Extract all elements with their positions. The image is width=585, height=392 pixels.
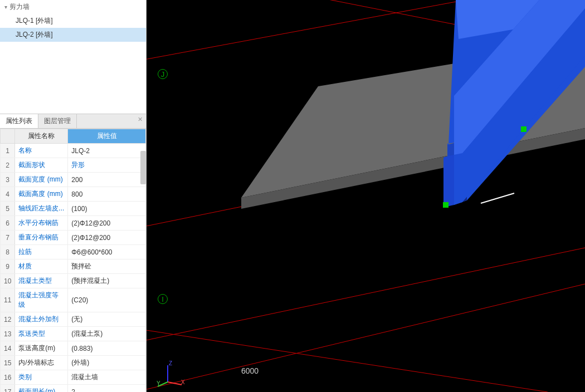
3d-viewport[interactable]: J I 6000 Z X Y [147,0,585,392]
table-row[interactable]: 11混凝土强度等级(C20) [1,288,146,312]
prop-name: 截面宽度 (mm) [15,173,68,187]
row-number: 13 [1,327,15,341]
row-number: 2 [1,158,15,173]
row-number: 5 [1,202,15,216]
prop-value[interactable]: (100) [68,202,146,216]
propvalue-header: 属性值 [68,129,146,144]
prop-value[interactable]: 混凝土墙 [68,370,146,385]
row-number: 11 [1,288,15,312]
prop-value[interactable]: (无) [68,312,146,327]
prop-name: 混凝土强度等级 [15,288,68,312]
prop-name: 泵送类型 [15,327,68,341]
table-row[interactable]: 16类别混凝土墙 [1,370,146,385]
scene-svg [147,0,585,392]
row-number: 3 [1,173,15,187]
prop-name: 混凝土外加剂 [15,312,68,327]
tab-layer-management[interactable]: 图层管理 [38,114,77,128]
svg-line-3 [147,284,585,392]
svg-line-4 [147,329,548,392]
prop-value[interactable]: 800 [68,187,146,202]
svg-rect-32 [443,202,448,208]
table-row[interactable]: 2截面形状异形 [1,158,146,173]
table-row[interactable]: 4截面高度 (mm)800 [1,187,146,202]
prop-name: 水平分布钢筋 [15,216,68,231]
prop-name: 垂直分布钢筋 [15,231,68,245]
svg-marker-26 [444,155,454,207]
prop-name: 名称 [15,144,68,158]
row-number: 6 [1,216,15,231]
prop-name: 材质 [15,259,68,274]
prop-name: 拉筋 [15,245,68,259]
tab-property-list[interactable]: 属性列表 [0,114,38,128]
axis-z-label: Z [169,360,172,366]
table-row[interactable]: 8拉筋Φ6@600*600 [1,245,146,259]
prop-value[interactable]: (预拌混凝土) [68,274,146,288]
prop-name: 混凝土类型 [15,274,68,288]
svg-line-2 [147,248,585,342]
left-panel: 剪力墙 JLQ-1 [外墙] JLQ-2 [外墙] 属性列表 图层管理 ✕ 属性… [0,0,147,392]
table-row[interactable]: 5轴线距左墙皮...(100) [1,202,146,216]
row-number: 17 [1,385,15,393]
svg-rect-31 [521,126,526,132]
table-row[interactable]: 12混凝土外加剂(无) [1,312,146,327]
row-number: 7 [1,231,15,245]
prop-value[interactable]: Φ6@600*600 [68,245,146,259]
row-number: 12 [1,312,15,327]
row-number: 8 [1,245,15,259]
grid-label-i: I [158,294,168,304]
prop-name: 截面周长(m) [15,385,68,393]
tree-item-label: JLQ-1 [外墙] [16,17,53,24]
table-row[interactable]: 14泵送高度(m)(0.883) [1,341,146,356]
prop-value[interactable]: 200 [68,173,146,187]
prop-value[interactable]: (2)Φ12@200 [68,231,146,245]
tree-root-label: 剪力墙 [9,2,30,12]
svg-line-33 [481,193,514,203]
axis-y-label: Y [157,380,160,386]
prop-name: 泵送高度(m) [15,341,68,356]
prop-name: 截面高度 (mm) [15,187,68,202]
dimension-6000: 6000 [241,366,259,375]
axis-x-label: X [181,379,184,385]
propname-header: 属性名称 [15,129,68,144]
close-icon[interactable]: ✕ [138,116,143,123]
row-number: 10 [1,274,15,288]
row-number: 9 [1,259,15,274]
prop-name: 类别 [15,370,68,385]
table-row[interactable]: 1名称JLQ-2 [1,144,146,158]
row-number: 14 [1,341,15,356]
prop-value[interactable]: (混凝土泵) [68,327,146,341]
prop-value[interactable]: 异形 [68,158,146,173]
row-number: 4 [1,187,15,202]
prop-name: 截面形状 [15,158,68,173]
tree-item-jlq2[interactable]: JLQ-2 [外墙] [0,28,146,42]
panel-tabs: 属性列表 图层管理 ✕ [0,114,146,129]
table-row[interactable]: 10混凝土类型(预拌混凝土) [1,274,146,288]
row-number: 15 [1,356,15,370]
tree-item-label: JLQ-2 [外墙] [16,31,53,38]
table-row[interactable]: 3截面宽度 (mm)200 [1,173,146,187]
prop-value[interactable]: 预拌砼 [68,259,146,274]
table-row[interactable]: 9材质预拌砼 [1,259,146,274]
prop-name: 轴线距左墙皮... [15,202,68,216]
tree-area: 剪力墙 JLQ-1 [外墙] JLQ-2 [外墙] [0,0,146,114]
prop-value[interactable]: (0.883) [68,341,146,356]
tree-item-jlq1[interactable]: JLQ-1 [外墙] [0,14,146,28]
table-row[interactable]: 15内/外墙标志(外墙) [1,356,146,370]
prop-value[interactable]: 2 [68,385,146,393]
table-row[interactable]: 13泵送类型(混凝土泵) [1,327,146,341]
row-number: 16 [1,370,15,385]
prop-value[interactable]: JLQ-2 [68,144,146,158]
axis-gizmo: Z X Y [157,360,184,388]
table-row[interactable]: 7垂直分布钢筋(2)Φ12@200 [1,231,146,245]
svg-line-35 [168,382,182,385]
table-row[interactable]: 6水平分布钢筋(2)Φ12@200 [1,216,146,231]
prop-value[interactable]: (C20) [68,288,146,312]
tree-root[interactable]: 剪力墙 [0,0,146,14]
rownum-header [1,129,15,144]
table-row[interactable]: 17截面周长(m)2 [1,385,146,393]
prop-name: 内/外墙标志 [15,356,68,370]
prop-value[interactable]: (2)Φ12@200 [68,216,146,231]
row-number: 1 [1,144,15,158]
prop-value[interactable]: (外墙) [68,356,146,370]
grid-label-j: J [158,69,168,79]
